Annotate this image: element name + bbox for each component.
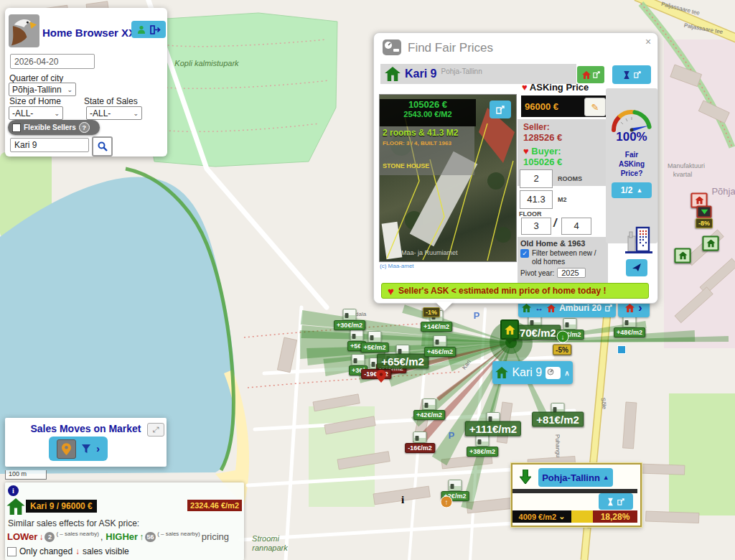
state-select[interactable]: -ALL-⌄ bbox=[86, 106, 142, 120]
green-home-icon bbox=[522, 304, 531, 312]
account-logout-button[interactable] bbox=[131, 21, 166, 38]
history-button[interactable] bbox=[612, 65, 651, 84]
higher-nearby-note: ( ‒ sales nearby) bbox=[157, 531, 200, 537]
pricing-effects-row: LOWer ↓ 2 ( ‒ sales nearby) , HIGHer ↑ 5… bbox=[7, 531, 243, 542]
photo-house-type: STONE HOUSE bbox=[383, 162, 472, 169]
photo-external-button[interactable] bbox=[490, 101, 511, 118]
alert-text: Seller's ASK < estimated min price of ho… bbox=[398, 286, 607, 296]
buyer-label-row: ♥ Buyer: bbox=[523, 146, 608, 157]
hourglass-icon bbox=[607, 498, 614, 506]
green-home-icon bbox=[6, 498, 25, 515]
filter-checkbox[interactable]: ✓ bbox=[520, 249, 529, 258]
pricing-word: pricing bbox=[202, 531, 229, 542]
heart-icon: ♥ bbox=[388, 285, 394, 297]
higher-count-badge[interactable]: 56 bbox=[145, 532, 156, 542]
district-history-button[interactable] bbox=[599, 493, 633, 510]
old-home-box: Old Home & 1963 ✓ Filter between new / o… bbox=[518, 237, 608, 283]
chevron-up-icon: ∧ bbox=[564, 369, 569, 377]
rooms-label: ROOMS bbox=[558, 175, 582, 182]
scale-icon bbox=[383, 39, 401, 55]
m2-label: M2 bbox=[558, 196, 567, 203]
lower-count-badge[interactable]: 2 bbox=[45, 532, 55, 542]
asking-price-box: 96000 € ✎ bbox=[521, 95, 608, 117]
chevron-down-icon: ⌄ bbox=[133, 110, 139, 117]
floor-input[interactable]: 3 bbox=[521, 218, 551, 235]
pivot-year-input[interactable] bbox=[557, 268, 586, 278]
photo-watermark: Maa- ja Ruumiamet bbox=[401, 249, 458, 256]
location-pin-icon bbox=[62, 443, 71, 455]
lower-label: LOWer bbox=[7, 531, 37, 542]
lower-nearby-note: ( ‒ sales nearby) bbox=[56, 531, 99, 537]
arrow-right-icon[interactable]: › bbox=[96, 443, 100, 454]
open-listing-button[interactable] bbox=[577, 66, 604, 83]
hourglass-icon bbox=[623, 70, 630, 80]
tools-button[interactable] bbox=[626, 259, 647, 276]
old-home-label: Old Home & 1963 bbox=[520, 239, 605, 248]
chevron-down-icon: ⌄ bbox=[54, 110, 60, 117]
asking-price-label: ♥ ASKing Price bbox=[522, 82, 589, 93]
eagle-logo-icon bbox=[9, 14, 39, 47]
quarter-select[interactable]: Põhja-Tallinn⌄ bbox=[9, 83, 76, 96]
district-select[interactable]: Pohja-Tallinn ▲ bbox=[538, 468, 613, 487]
user-icon bbox=[137, 25, 146, 34]
big-down-arrow-icon bbox=[520, 470, 531, 484]
rooms-input[interactable]: 2 bbox=[520, 169, 553, 188]
help-icon[interactable]: ? bbox=[79, 122, 90, 133]
external-link-icon bbox=[605, 304, 612, 312]
date-input[interactable] bbox=[10, 54, 95, 69]
edit-price-button[interactable]: ✎ bbox=[584, 98, 606, 116]
only-changed-checkbox[interactable] bbox=[7, 547, 17, 556]
district-price-row: 4009 €/m2⌄ 18,28% bbox=[512, 510, 637, 523]
popup-title: Find Fair Prices bbox=[408, 41, 493, 55]
sales-moves-toolbar[interactable]: › bbox=[49, 437, 108, 461]
map-scale-bar: 100 m bbox=[5, 470, 47, 480]
flexible-sellers-toggle[interactable]: Flexible Sellers ? bbox=[8, 120, 100, 135]
flexible-sellers-checkbox[interactable] bbox=[12, 123, 21, 132]
m2-input[interactable]: 41.3 bbox=[520, 190, 553, 209]
aerial-photo[interactable]: 105026 € 2543.00 €/M2 2 rooms & 41.3 M2 … bbox=[379, 94, 517, 262]
fair-asking-label: Fair ASKing Price? bbox=[619, 150, 645, 178]
photo-rooms: 2 rooms & 41.3 M2 bbox=[383, 128, 472, 138]
pin-toggle-button[interactable] bbox=[57, 439, 76, 459]
district-price-badge[interactable]: 4009 €/m2⌄ bbox=[512, 510, 571, 523]
photo-price-band: 105026 € 2543.00 €/M2 bbox=[380, 99, 476, 126]
address-bar: Kari 9 Pohja-Tallinn bbox=[380, 64, 576, 84]
red-home-icon bbox=[582, 71, 591, 79]
pager-button[interactable]: 1/2▲ bbox=[612, 182, 652, 198]
heart-icon: ♥ bbox=[522, 82, 528, 93]
find-fair-prices-popup: Find Fair Prices × Kari 9 Pohja-Tallinn bbox=[373, 32, 658, 304]
kari9-label-text: Kari 9 bbox=[512, 366, 542, 379]
alert-bar: ♥ Seller's ASK < estimated min price of … bbox=[381, 283, 649, 299]
district-change-badge: 18,28% bbox=[593, 510, 637, 523]
kari9-map-label[interactable]: Kari 9 ∧ bbox=[492, 361, 573, 384]
send-icon bbox=[632, 263, 642, 272]
district-stats-panel: Pohja-Tallinn ▲ 4009 €/m2⌄ 18,28% bbox=[511, 463, 642, 527]
down-arrow-icon: ↓ bbox=[75, 546, 80, 556]
search-input[interactable] bbox=[10, 138, 89, 152]
flexible-sellers-label: Flexible Sellers bbox=[24, 123, 76, 131]
effects-line: Similar sales effects for ASK price: bbox=[8, 518, 139, 528]
close-icon[interactable]: × bbox=[645, 36, 651, 47]
home-icon bbox=[385, 67, 401, 81]
selection-summary-badge: Kari 9 / 96000 € bbox=[26, 500, 97, 513]
arrow-right-icon: › bbox=[638, 304, 642, 312]
external-link-icon bbox=[634, 71, 641, 78]
external-link-icon bbox=[593, 71, 600, 78]
selection-info-panel: i Kari 9 / 96000 € 2324.46 €/m2 Similar … bbox=[5, 482, 244, 560]
floors-total-input[interactable]: 4 bbox=[561, 218, 591, 235]
info-icon[interactable]: i bbox=[8, 485, 19, 496]
pivot-row: Pivot year: bbox=[520, 268, 605, 278]
control-panel: Home Browser XXXL Quarter of city Põhja-… bbox=[5, 8, 167, 157]
size-select[interactable]: -ALL-⌄ bbox=[9, 106, 63, 120]
filter-icon[interactable] bbox=[82, 444, 90, 453]
photo-copyright: (c) Maa-amet bbox=[380, 263, 414, 269]
buyer-value: 105026 € bbox=[523, 157, 608, 167]
expand-icon[interactable]: ⤢ bbox=[147, 423, 164, 437]
sales-moves-panel: Sales Moves on Market ⤢ › bbox=[5, 418, 167, 467]
gauge-panel: 100% Fair ASKing Price? 1/2▲ bbox=[606, 88, 657, 243]
filter-row: ✓ Filter between new / old homes bbox=[520, 249, 605, 266]
photo-price: 105026 € bbox=[380, 99, 476, 110]
size-label: Size of Home bbox=[9, 96, 61, 106]
down-arrow-icon: ↓ bbox=[39, 532, 43, 542]
search-button[interactable] bbox=[92, 136, 113, 157]
